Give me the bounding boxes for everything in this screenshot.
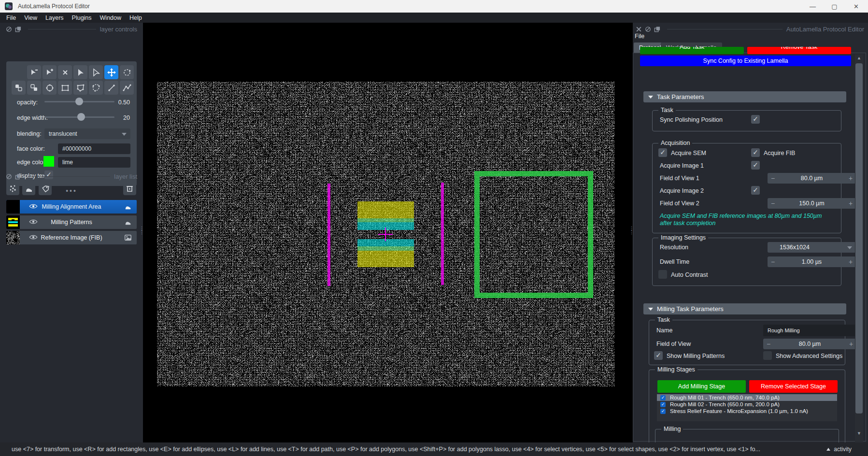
plus-icon[interactable]: +	[845, 256, 856, 267]
hide-dock-icon[interactable]	[6, 173, 12, 180]
add-task-button[interactable]: Add Task	[640, 47, 744, 54]
activity-toggle[interactable]: activity	[826, 446, 852, 453]
menu-layers[interactable]: Layers	[45, 14, 64, 21]
edge-color-swatch[interactable]	[43, 156, 54, 167]
select-vertices-tool[interactable]	[89, 65, 103, 79]
auto-contrast-checkbox[interactable]: ✓	[658, 270, 667, 279]
select-shapes-tool[interactable]	[73, 65, 87, 79]
minus-icon[interactable]: −	[768, 173, 778, 184]
show-advanced-settings-checkbox[interactable]: ✓	[763, 351, 772, 360]
acquire-fib-checkbox[interactable]: ✓	[751, 148, 760, 157]
minus-icon[interactable]: −	[768, 198, 778, 209]
menu-plugins[interactable]: Plugins	[72, 14, 92, 21]
stage-checkbox[interactable]: ✓	[660, 395, 666, 400]
scrollbar-up-icon[interactable]: ▲	[855, 55, 863, 61]
add-polygon-tool[interactable]	[73, 81, 87, 95]
activity-expand-icon	[826, 447, 831, 451]
menu-file[interactable]: File	[6, 14, 16, 21]
acquire-fib-label: Acquire FIB	[764, 150, 795, 157]
milling-alignment-area-rect	[474, 171, 593, 298]
transform-tool[interactable]	[120, 65, 134, 79]
layer-controls-header: layer controls	[6, 25, 137, 33]
float-dock-icon[interactable]	[15, 173, 21, 180]
layer-list-title: layer list	[114, 173, 137, 180]
layer-row-milling-alignment-area[interactable]: Milling Alignment Area	[6, 200, 137, 214]
sync-polishing-checkbox[interactable]: ✓	[751, 115, 760, 124]
stage-row-rough-mill-02[interactable]: ✓ Rough Mill 02 - Trench (650.0 nm, 200.…	[657, 401, 837, 408]
add-path-tool[interactable]	[120, 81, 134, 95]
remove-selected-stage-button[interactable]: Remove Selected Stage	[749, 380, 838, 393]
move-back-tool[interactable]	[12, 81, 26, 95]
add-milling-stage-button[interactable]: Add Milling Stage	[657, 380, 746, 393]
add-ellipse-tool[interactable]	[43, 81, 57, 95]
stage-row-stress-relief[interactable]: ✓ Stress Relief Feature - MicroExpansion…	[657, 408, 837, 414]
dwell-time-spinbox[interactable]: − 1.00 µs +	[768, 256, 856, 267]
milling-pattern-line-left	[327, 184, 330, 286]
acquire-image-2-checkbox[interactable]: ✓	[751, 186, 760, 195]
close-button[interactable]: ✕	[845, 0, 867, 13]
remove-vertex-tool[interactable]	[27, 65, 41, 79]
milling-fov-spinbox[interactable]: − 80.0 µm +	[763, 339, 856, 349]
new-points-layer-button[interactable]	[6, 182, 19, 195]
menu-help[interactable]: Help	[129, 14, 142, 21]
new-labels-layer-button[interactable]	[39, 182, 52, 195]
remove-task-button[interactable]: Remove Task	[747, 47, 851, 54]
move-front-tool[interactable]	[27, 81, 41, 95]
hide-dock-icon[interactable]	[6, 26, 12, 32]
minus-icon[interactable]: −	[763, 339, 774, 349]
hide-dock-icon[interactable]	[645, 26, 651, 32]
menu-window[interactable]: Window	[100, 14, 121, 21]
pan-zoom-tool[interactable]	[104, 65, 118, 79]
milling-name-input[interactable]: Rough Milling	[763, 325, 856, 336]
fov2-spinbox[interactable]: − 150.0 µm +	[768, 198, 856, 209]
fov1-spinbox[interactable]: − 80.0 µm +	[768, 173, 856, 184]
resolution-dropdown[interactable]: 1536x1024	[768, 242, 856, 253]
add-line-tool[interactable]	[104, 81, 118, 95]
acquire-image-1-checkbox[interactable]: ✓	[751, 161, 760, 170]
opacity-slider[interactable]	[44, 97, 114, 106]
window-title: AutoLamella Protocol Editor	[18, 3, 90, 10]
add-polygon-lasso-tool[interactable]	[89, 81, 103, 95]
delete-layer-button[interactable]	[123, 182, 136, 195]
show-milling-patterns-checkbox[interactable]: ✓	[654, 351, 663, 360]
minimize-button[interactable]: —	[802, 0, 824, 13]
opacity-value: 0.50	[118, 99, 130, 106]
float-dock-icon[interactable]	[15, 26, 21, 32]
plus-icon[interactable]: +	[845, 173, 856, 184]
float-dock-icon[interactable]	[654, 26, 660, 32]
menu-view[interactable]: View	[24, 14, 37, 21]
sync-config-button[interactable]: Sync Config to Existing Lamella	[640, 56, 851, 66]
stage-checkbox[interactable]: ✓	[660, 402, 666, 407]
new-shapes-layer-button[interactable]	[22, 182, 35, 195]
acquire-sem-checkbox[interactable]: ✓	[658, 148, 667, 157]
insert-vertex-tool[interactable]	[43, 65, 57, 79]
delete-shape-tool[interactable]	[58, 65, 72, 79]
edge-width-slider[interactable]	[44, 113, 114, 121]
plus-icon[interactable]: +	[845, 198, 856, 209]
task-parameters-header[interactable]: Task Parameters	[643, 91, 846, 102]
maximize-button[interactable]: ▢	[824, 0, 845, 13]
fov1-label: Field of View 1	[660, 175, 699, 182]
close-dock-icon[interactable]	[636, 26, 642, 32]
stage-checkbox[interactable]: ✓	[660, 409, 666, 414]
blending-value: translucent	[49, 130, 77, 137]
viewer-canvas[interactable]: ⋮⋮	[143, 23, 633, 442]
edge-color-input[interactable]: lime	[58, 157, 130, 168]
minus-icon[interactable]: −	[768, 256, 778, 267]
milling-settings-groupbox: Milling	[655, 429, 839, 442]
panel-resize-handle[interactable]: •••	[0, 187, 143, 195]
milling-task-parameters-header[interactable]: Milling Task Parameters	[643, 303, 846, 314]
layer-row-reference-image[interactable]: Reference Image (FIB)	[6, 231, 137, 244]
stage-row-rough-mill-01[interactable]: ✓ Rough Mill 01 - Trench (650.0 nm, 740.…	[657, 394, 837, 401]
add-rectangle-tool[interactable]	[58, 81, 72, 95]
scrollbar-handle[interactable]	[855, 63, 863, 413]
blending-dropdown[interactable]: translucent	[44, 128, 130, 139]
face-color-input[interactable]: #00000000	[58, 143, 130, 154]
dock-splitter-handle[interactable]: ⋮⋮	[139, 227, 141, 234]
dock-splitter-handle[interactable]: ⋮⋮	[629, 227, 631, 234]
dock-menu-file[interactable]: File	[635, 33, 644, 40]
layer-row-milling-patterns[interactable]: Milling Patterns	[6, 215, 137, 229]
sync-polishing-label: Sync Polishing Position	[660, 116, 723, 123]
layer-controls-panel: opacity: 0.50 edge width: 20 blending: t…	[6, 61, 137, 186]
scrollbar-down-icon[interactable]: ▼	[855, 430, 863, 437]
